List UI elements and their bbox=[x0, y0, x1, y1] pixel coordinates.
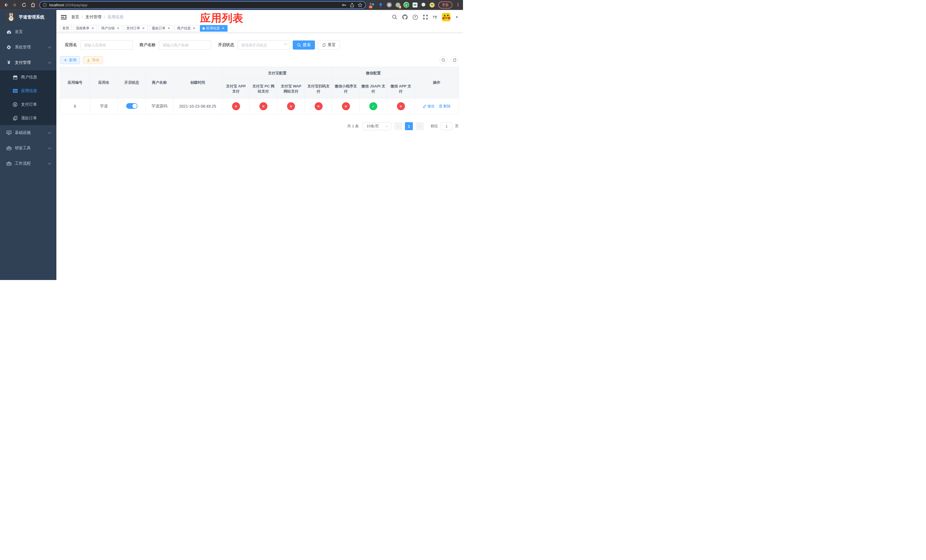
tag-home[interactable]: 首页 bbox=[60, 25, 72, 32]
close-icon[interactable]: ✕ bbox=[116, 26, 120, 30]
status-wechat-jsapi bbox=[369, 102, 377, 110]
extension-kite-icon[interactable] bbox=[378, 2, 384, 8]
delete-link[interactable]: 删除 bbox=[439, 104, 451, 109]
close-icon[interactable]: ✕ bbox=[221, 26, 225, 30]
status-select[interactable] bbox=[238, 41, 290, 50]
bookmark-star-icon[interactable] bbox=[358, 3, 363, 8]
sidebar-item-app-info[interactable]: 应用信息 bbox=[0, 84, 56, 98]
tag-app-info[interactable]: 应用信息✕ bbox=[200, 25, 227, 32]
sidebar-item-label: 基础设施 bbox=[15, 130, 31, 135]
sidebar-item-system[interactable]: 系统管理 bbox=[0, 39, 56, 55]
enable-toggle[interactable] bbox=[126, 103, 138, 109]
prev-page-button[interactable]: ‹ bbox=[394, 122, 402, 130]
svg-text:?: ? bbox=[414, 15, 416, 19]
reload-icon[interactable] bbox=[21, 2, 27, 8]
extension-recorder-icon[interactable]: 1 bbox=[395, 2, 401, 8]
col-status: 开启状态 bbox=[118, 67, 146, 98]
sidebar-item-home[interactable]: 首页 bbox=[0, 24, 56, 39]
reset-button[interactable]: 重置 bbox=[318, 41, 340, 50]
status-label: 开启状态 bbox=[218, 42, 234, 48]
tag-process-form[interactable]: 流程表单✕ bbox=[73, 25, 97, 32]
col-merchant: 商户名称 bbox=[146, 67, 173, 98]
share-icon[interactable] bbox=[350, 3, 354, 8]
group-alipay-config: 支付宝配置 bbox=[222, 67, 332, 79]
cell-created-time: 2021-10-23 08:49:25 bbox=[173, 98, 222, 114]
sidebar-item-merchant-info[interactable]: 商户信息 bbox=[0, 70, 56, 84]
document-copy-icon bbox=[12, 116, 18, 121]
breadcrumb-home[interactable]: 首页 bbox=[71, 15, 79, 20]
fullscreen-icon[interactable] bbox=[423, 15, 428, 20]
extension-emoji-icon[interactable] bbox=[429, 2, 435, 8]
header-search-icon[interactable] bbox=[392, 15, 397, 20]
browser-menu-icon[interactable]: ⋮ bbox=[456, 2, 460, 8]
close-icon[interactable]: ✕ bbox=[142, 26, 145, 30]
yen-icon: ¥ bbox=[6, 60, 11, 65]
add-button[interactable]: 新增 bbox=[60, 56, 80, 64]
app-logo[interactable]: 芋道管理系统 bbox=[0, 10, 56, 24]
avatar-caret-icon[interactable]: ▼ bbox=[455, 15, 458, 19]
next-page-button[interactable]: › bbox=[416, 122, 424, 130]
tag-user-group[interactable]: 用户分组✕ bbox=[98, 25, 123, 32]
export-button[interactable]: 导出 bbox=[83, 56, 103, 64]
briefcase-icon bbox=[6, 162, 11, 166]
sidebar-item-refund-orders[interactable]: 退款订单 bbox=[0, 111, 56, 125]
sidebar-item-label: 研发工具 bbox=[15, 145, 31, 151]
toolbox-icon bbox=[6, 146, 11, 150]
sidebar-item-label: 商户信息 bbox=[21, 75, 37, 80]
edit-link[interactable]: 修改 bbox=[423, 104, 435, 109]
tag-pay-order[interactable]: 支付订单✕ bbox=[124, 25, 148, 32]
extension-y-icon[interactable]: y bbox=[404, 2, 409, 8]
sidebar-item-label: 应用信息 bbox=[21, 88, 37, 94]
col-actions: 操作 bbox=[415, 67, 459, 98]
page-size-select[interactable]: 10条/页 bbox=[363, 122, 391, 130]
sidebar-item-workflow[interactable]: 工作流程 bbox=[0, 156, 56, 171]
cell-merchant: 芋道源码 bbox=[146, 98, 173, 114]
breadcrumb-payment[interactable]: 支付管理 bbox=[85, 15, 101, 20]
github-icon[interactable] bbox=[402, 14, 408, 20]
sidebar-item-payment[interactable]: ¥ 支付管理 bbox=[0, 55, 56, 70]
address-bar[interactable]: localhost:1024/pay/app bbox=[39, 1, 366, 9]
goto-page-input[interactable] bbox=[441, 122, 452, 130]
current-page[interactable]: 1 bbox=[405, 122, 413, 130]
site-info-icon[interactable] bbox=[43, 3, 47, 7]
avatar[interactable] bbox=[442, 13, 451, 21]
chrome-update-button[interactable]: 更新 bbox=[438, 2, 452, 9]
app-name-input[interactable] bbox=[80, 41, 133, 50]
logo-image bbox=[7, 13, 15, 21]
page-content: 应用名 商户名称 开启状态 bbox=[56, 33, 463, 280]
extension-chat-icon[interactable] bbox=[412, 2, 418, 8]
extension-command-icon[interactable]: ⌘ bbox=[386, 2, 392, 8]
navbar: 首页 / 支付管理 / 应用信息 应用列表 ? T bbox=[56, 10, 463, 24]
merchant-name-label: 商户名称 bbox=[139, 42, 156, 48]
help-icon[interactable]: ? bbox=[413, 15, 418, 20]
back-icon[interactable] bbox=[3, 2, 9, 8]
chevron-down-icon bbox=[48, 147, 51, 149]
status-wechat-app bbox=[397, 102, 405, 110]
tag-refund-order[interactable]: 退款订单✕ bbox=[149, 25, 173, 32]
font-size-icon[interactable]: TT bbox=[433, 15, 437, 20]
dashboard-icon bbox=[6, 30, 11, 34]
home-icon[interactable] bbox=[30, 2, 36, 8]
close-icon[interactable]: ✕ bbox=[192, 26, 196, 30]
status-alipay-pc bbox=[259, 102, 267, 110]
sidebar-item-dev-tools[interactable]: 研发工具 bbox=[0, 141, 56, 156]
show-search-button[interactable] bbox=[439, 56, 447, 64]
refresh-button[interactable] bbox=[451, 56, 459, 64]
search-button[interactable]: 搜索 bbox=[293, 41, 315, 50]
page-unit-label: 页 bbox=[455, 124, 459, 129]
close-icon[interactable]: ✕ bbox=[91, 26, 95, 30]
sidebar-collapse-icon[interactable] bbox=[61, 15, 67, 20]
sidebar-item-pay-orders[interactable]: 支付订单 bbox=[0, 98, 56, 111]
sidebar-item-infrastructure[interactable]: 基础设施 bbox=[0, 125, 56, 141]
close-icon[interactable]: ✕ bbox=[167, 26, 171, 30]
storefront-icon bbox=[12, 75, 18, 79]
forward-icon[interactable] bbox=[12, 2, 18, 8]
extension-puzzle-icon[interactable] bbox=[421, 2, 426, 8]
col-alipay-wap: 支付宝 WAP 网站支付 bbox=[277, 79, 305, 98]
password-key-icon[interactable] bbox=[342, 3, 346, 8]
table-toolbar: 新增 导出 bbox=[60, 56, 459, 64]
extension-blue-diamond-icon[interactable]: 10 bbox=[369, 2, 375, 8]
tag-merchant-info[interactable]: 商户信息✕ bbox=[174, 25, 198, 32]
col-wechat-jsapi: 微信 JSAPI 支付 bbox=[360, 79, 387, 98]
merchant-name-input[interactable] bbox=[159, 41, 211, 50]
